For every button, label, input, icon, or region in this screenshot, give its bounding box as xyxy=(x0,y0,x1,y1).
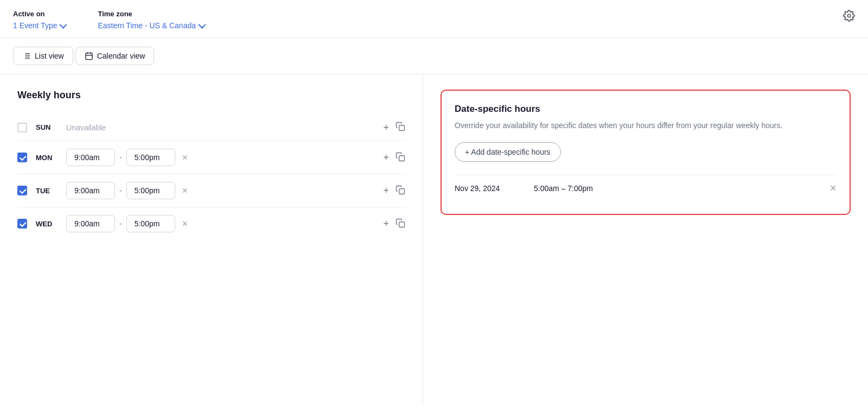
timezone-chevron-icon xyxy=(198,21,206,29)
tue-start-time[interactable]: 9:00am xyxy=(66,182,115,199)
copy-icon xyxy=(395,122,405,131)
tue-checkbox[interactable] xyxy=(17,186,27,195)
tue-end-time[interactable]: 5:00pm xyxy=(126,182,175,199)
weekly-hours-panel: Weekly hours SUN Unavailable + MON 9:0 xyxy=(0,74,423,406)
active-on-value[interactable]: 1 Event Type xyxy=(13,21,65,30)
wed-time-range: 9:00am - 5:00pm ✕ xyxy=(66,215,374,232)
wed-separator: - xyxy=(119,219,122,228)
sun-copy-button[interactable] xyxy=(395,122,405,133)
wed-remove-button[interactable]: ✕ xyxy=(180,217,190,230)
tue-label: TUE xyxy=(36,187,58,195)
sun-add-button[interactable]: + xyxy=(383,123,389,132)
copy-icon xyxy=(395,152,405,162)
calendar-view-button[interactable]: Calendar view xyxy=(75,47,155,65)
wed-end-time[interactable]: 5:00pm xyxy=(126,215,175,232)
gear-icon[interactable] xyxy=(843,10,855,23)
mon-separator: - xyxy=(119,153,122,162)
timezone-label: Time zone xyxy=(98,10,204,18)
main-content: Weekly hours SUN Unavailable + MON 9:0 xyxy=(0,74,868,406)
svg-point-0 xyxy=(847,14,851,17)
list-icon xyxy=(22,52,31,60)
wed-actions: + xyxy=(383,218,405,230)
top-bar: Active on 1 Event Type Time zone Eastern… xyxy=(0,0,868,38)
day-row-wed: WED 9:00am - 5:00pm ✕ + xyxy=(17,207,405,240)
day-row-sun: SUN Unavailable + xyxy=(17,114,405,141)
wed-copy-button[interactable] xyxy=(395,218,405,230)
wed-checkbox[interactable] xyxy=(17,219,27,229)
calendar-view-label: Calendar view xyxy=(97,52,145,60)
active-on-chevron-icon xyxy=(60,21,67,29)
mon-start-time[interactable]: 9:00am xyxy=(66,149,115,166)
date-specific-card: Date-specific hours Override your availa… xyxy=(441,90,851,215)
wed-label: WED xyxy=(36,220,58,228)
mon-label: MON xyxy=(36,154,58,162)
list-view-label: List view xyxy=(35,52,64,60)
entry-time-range: 5:00am – 7:00pm xyxy=(534,184,821,193)
svg-rect-12 xyxy=(399,155,405,161)
day-row-mon: MON 9:00am - 5:00pm ✕ + xyxy=(17,141,405,174)
tue-copy-button[interactable] xyxy=(395,185,405,197)
date-specific-title: Date-specific hours xyxy=(455,104,837,115)
mon-actions: + xyxy=(383,152,405,163)
date-specific-description: Override your availability for specific … xyxy=(455,120,837,131)
svg-rect-14 xyxy=(399,221,405,227)
sun-label: SUN xyxy=(36,123,58,131)
tue-time-range: 9:00am - 5:00pm ✕ xyxy=(66,182,374,199)
svg-rect-11 xyxy=(399,125,405,131)
copy-icon xyxy=(395,185,405,195)
day-row-tue: TUE 9:00am - 5:00pm ✕ + xyxy=(17,174,405,207)
mon-end-time[interactable]: 5:00pm xyxy=(126,149,175,166)
add-date-label: + Add date-specific hours xyxy=(465,148,551,156)
date-entry-0: Nov 29, 2024 5:00am – 7:00pm ✕ xyxy=(455,175,837,201)
svg-rect-13 xyxy=(399,188,405,194)
mon-time-range: 9:00am - 5:00pm ✕ xyxy=(66,149,374,166)
active-on-field: Active on 1 Event Type xyxy=(13,10,65,30)
entry-remove-button[interactable]: ✕ xyxy=(829,183,837,193)
mon-copy-button[interactable] xyxy=(395,152,405,163)
sun-actions: + xyxy=(383,122,405,133)
entry-date: Nov 29, 2024 xyxy=(455,184,525,193)
sun-checkbox[interactable] xyxy=(17,123,27,132)
mon-checkbox[interactable] xyxy=(17,153,27,162)
date-specific-panel: Date-specific hours Override your availa… xyxy=(423,74,868,406)
mon-add-button[interactable]: + xyxy=(383,153,389,162)
add-date-specific-button[interactable]: + Add date-specific hours xyxy=(455,142,561,162)
copy-icon xyxy=(395,218,405,228)
tue-separator: - xyxy=(119,186,122,195)
wed-add-button[interactable]: + xyxy=(383,219,389,229)
mon-remove-button[interactable]: ✕ xyxy=(180,151,190,164)
timezone-field: Time zone Eastern Time - US & Canada xyxy=(98,10,204,30)
calendar-icon xyxy=(85,52,93,60)
weekly-hours-title: Weekly hours xyxy=(17,90,405,101)
timezone-value[interactable]: Eastern Time - US & Canada xyxy=(98,21,204,30)
sun-unavailable: Unavailable xyxy=(66,123,374,132)
svg-rect-7 xyxy=(86,53,92,60)
top-bar-left: Active on 1 Event Type Time zone Eastern… xyxy=(13,10,204,30)
active-on-label: Active on xyxy=(13,10,65,18)
tue-remove-button[interactable]: ✕ xyxy=(180,184,190,197)
list-view-button[interactable]: List view xyxy=(13,47,73,65)
view-toggle-bar: List view Calendar view xyxy=(0,38,868,74)
wed-start-time[interactable]: 9:00am xyxy=(66,215,115,232)
tue-actions: + xyxy=(383,185,405,197)
tue-add-button[interactable]: + xyxy=(383,186,389,195)
